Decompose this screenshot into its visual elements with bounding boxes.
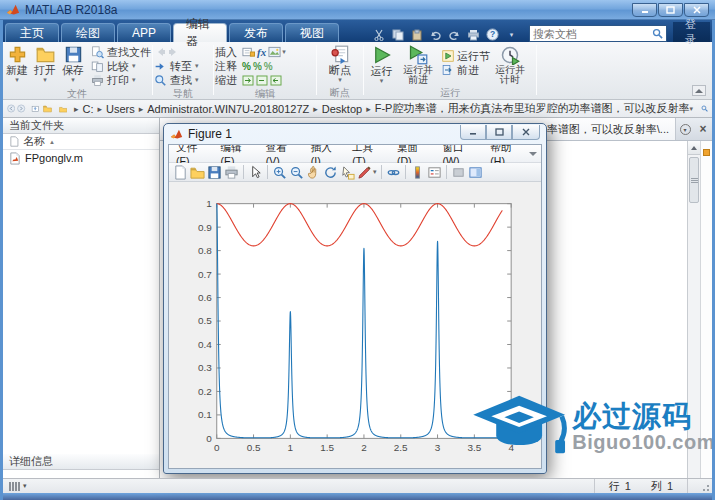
tab-actions-icon[interactable]: ▾ bbox=[676, 118, 694, 140]
hide-plot-tools-icon[interactable] bbox=[451, 165, 466, 180]
minimize-button[interactable] bbox=[632, 3, 657, 17]
print-button[interactable]: 打印▾ bbox=[91, 73, 151, 87]
figure-close-button[interactable] bbox=[512, 125, 540, 140]
figure-maximize-button[interactable] bbox=[486, 125, 512, 140]
breadcrumb-users[interactable]: Users bbox=[106, 103, 135, 115]
find-button[interactable]: 查找▾ bbox=[154, 73, 199, 87]
tab-apps[interactable]: APP bbox=[117, 23, 171, 42]
legend-icon[interactable] bbox=[427, 165, 442, 180]
advance-button[interactable]: 前进 bbox=[442, 63, 490, 77]
pointer-icon[interactable] bbox=[248, 165, 263, 180]
insert-function-icon[interactable]: fx bbox=[257, 46, 266, 58]
indent-right-icon[interactable] bbox=[256, 75, 268, 86]
comment-row[interactable]: 注释 % % % bbox=[215, 59, 274, 73]
zoom-out-icon[interactable] bbox=[289, 165, 304, 180]
zoom-in-icon[interactable] bbox=[272, 165, 287, 180]
editor-scrollbar[interactable] bbox=[687, 141, 700, 478]
link-plots-icon[interactable] bbox=[386, 165, 401, 180]
pan-icon[interactable] bbox=[306, 165, 321, 180]
analyzer-warning-marker[interactable] bbox=[703, 149, 710, 156]
addr-search-icon[interactable] bbox=[701, 103, 708, 114]
breakpoints-button[interactable]: 断点▾ bbox=[325, 45, 356, 83]
figure-canvas[interactable]: 00.511.522.533.5400.10.20.30.40.50.60.70… bbox=[169, 182, 541, 468]
breadcrumb-folder[interactable]: F-P腔功率谱，用来仿真法布里珀罗腔的功率谱图，可以改反射率 bbox=[375, 101, 690, 116]
collapse-ribbon-button[interactable] bbox=[692, 85, 706, 96]
back-icon[interactable] bbox=[7, 102, 15, 115]
fig-open-icon[interactable] bbox=[190, 165, 205, 180]
menu-overflow-icon[interactable] bbox=[529, 152, 537, 156]
search-icon[interactable] bbox=[652, 28, 663, 39]
up-one-level-icon[interactable] bbox=[31, 102, 40, 115]
insert-row[interactable]: 插入 fx ▾ bbox=[215, 45, 286, 59]
scrollbar-thumb[interactable] bbox=[689, 157, 699, 203]
tab-editor[interactable]: 编辑器 bbox=[173, 23, 227, 42]
figure-minimize-button[interactable] bbox=[460, 125, 486, 140]
name-column-header[interactable]: 名称 ▲ bbox=[3, 134, 159, 150]
fp-spectrum-plot[interactable]: 00.511.522.533.5400.10.20.30.40.50.60.70… bbox=[169, 182, 541, 468]
new-button[interactable]: 新建▾ bbox=[4, 45, 30, 83]
indent-left-icon[interactable] bbox=[270, 75, 282, 86]
details-panel-header[interactable]: 详细信息 bbox=[3, 454, 159, 470]
insert-image-icon[interactable] bbox=[268, 46, 281, 58]
browse-folder-icon[interactable] bbox=[43, 102, 52, 115]
current-folder-header[interactable]: 当前文件夹 bbox=[3, 118, 159, 134]
signin-button[interactable]: 登录 bbox=[673, 22, 710, 42]
help-icon[interactable]: ? bbox=[485, 27, 500, 42]
close-button[interactable] bbox=[684, 3, 709, 17]
figure-menubar: 文件(F) 编辑(E) 查看(V) 插入(I) 工具(T) 桌面(D) 窗口(W… bbox=[169, 145, 541, 163]
undo-icon[interactable] bbox=[428, 27, 443, 42]
maximize-button[interactable] bbox=[658, 3, 683, 17]
compare-button[interactable]: 比较▾ bbox=[91, 59, 151, 73]
resize-grip[interactable] bbox=[699, 481, 709, 491]
indent-row[interactable]: 缩进 bbox=[215, 73, 283, 87]
tab-plots[interactable]: 绘图 bbox=[61, 23, 115, 42]
fig-new-file-icon[interactable] bbox=[173, 165, 188, 180]
qat-dropdown-icon[interactable]: ▾ bbox=[504, 27, 519, 42]
brush-icon[interactable]: ▾ bbox=[357, 165, 377, 180]
uncomment-icon[interactable]: % bbox=[253, 61, 262, 72]
find-files-button[interactable]: 查找文件 bbox=[91, 45, 151, 59]
save-button[interactable]: 保存▾ bbox=[60, 45, 86, 83]
breadcrumb-admin[interactable]: Administrator.WIN7U-20180127Z bbox=[147, 103, 309, 115]
fig-print-icon[interactable] bbox=[224, 165, 239, 180]
tab-view[interactable]: 视图 bbox=[285, 23, 339, 42]
forward-icon[interactable] bbox=[17, 102, 25, 115]
rotate-3d-icon[interactable] bbox=[323, 165, 338, 180]
show-plot-tools-icon[interactable] bbox=[468, 165, 483, 180]
file-row[interactable]: FPgonglv.m bbox=[3, 150, 159, 166]
statusbar-grip[interactable]: ▾ bbox=[9, 482, 27, 491]
smart-indent-icon[interactable] bbox=[242, 75, 254, 86]
run-time-button[interactable]: 运行并 计时 bbox=[492, 45, 528, 85]
tab-close-icon[interactable]: × bbox=[694, 118, 712, 140]
nav-back-forward[interactable] bbox=[154, 45, 180, 59]
cut-icon[interactable] bbox=[371, 27, 386, 42]
redo-icon[interactable] bbox=[447, 27, 462, 42]
addr-dropdown-icon[interactable]: ▾ bbox=[689, 105, 693, 113]
goto-button[interactable]: 转至▾ bbox=[154, 59, 199, 73]
paste-icon[interactable] bbox=[409, 27, 424, 42]
tab-publish[interactable]: 发布 bbox=[229, 23, 283, 42]
data-cursor-icon[interactable] bbox=[340, 165, 355, 180]
tab-home[interactable]: 主页 bbox=[5, 23, 59, 42]
copy-icon[interactable] bbox=[390, 27, 405, 42]
run-button[interactable]: 运行▾ bbox=[366, 45, 397, 84]
breadcrumb-desktop[interactable]: Desktop bbox=[322, 103, 362, 115]
scroll-up-icon[interactable] bbox=[688, 141, 700, 155]
print-quick-icon[interactable] bbox=[466, 27, 481, 42]
ribbon-tabstrip: 主页 绘图 APP 编辑器 发布 视图 ? ▾ 登录 bbox=[3, 20, 712, 42]
svg-text:0: 0 bbox=[206, 433, 212, 444]
wrap-comment-icon[interactable]: % bbox=[264, 61, 273, 72]
search-input[interactable] bbox=[533, 28, 652, 40]
crumb-separator-icon: ▸ bbox=[74, 104, 79, 114]
advance-icon bbox=[442, 64, 454, 76]
colorbar-icon[interactable] bbox=[410, 165, 425, 180]
run-section-button[interactable]: 运行节 bbox=[442, 49, 490, 63]
comment-icon[interactable]: % bbox=[242, 61, 251, 72]
open-button[interactable]: 打开▾ bbox=[32, 45, 58, 83]
breadcrumb-drive[interactable]: C: bbox=[82, 103, 93, 115]
crumb-folder-icon[interactable] bbox=[59, 103, 67, 115]
fig-save-icon[interactable] bbox=[207, 165, 222, 180]
figure-titlebar[interactable]: Figure 1 bbox=[164, 124, 546, 144]
insert-section-icon[interactable] bbox=[242, 46, 255, 58]
run-advance-button[interactable]: 运行并 前进 bbox=[400, 45, 436, 85]
